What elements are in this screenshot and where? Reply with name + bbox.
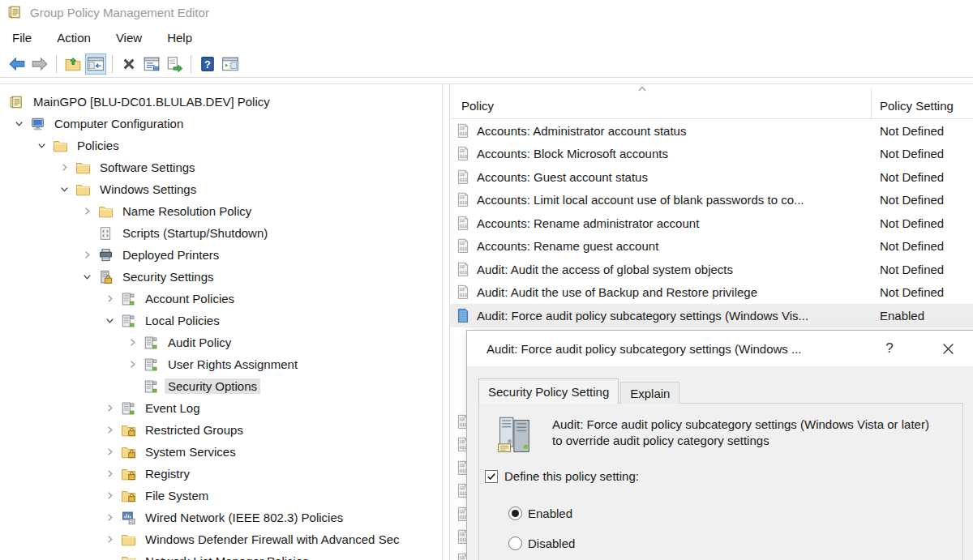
tree-item[interactable]: Software Settings — [0, 156, 442, 178]
tree-item[interactable]: Wired Network (IEEE 802.3) Policies — [0, 507, 442, 528]
tree-item-label: Security Options — [165, 378, 260, 394]
policy-doc-icon: 10010 — [456, 285, 471, 300]
chevron-collapsed-icon[interactable] — [122, 357, 143, 372]
chevron-collapsed-icon[interactable] — [76, 248, 97, 263]
tree-item[interactable]: Security Options — [0, 375, 442, 397]
tree-item[interactable]: Registry — [0, 463, 442, 485]
back-button[interactable] — [6, 53, 28, 75]
tree-item[interactable]: MainGPO [BLU-DC01.BLULAB.DEV] Policy — [0, 91, 442, 113]
properties-icon — [143, 56, 161, 72]
chevron-expanded-icon[interactable] — [54, 182, 75, 197]
policy-setting-dialog: Audit: Force audit policy subcategory se… — [466, 330, 973, 560]
toolbar: ? — [0, 51, 973, 78]
gpo-scroll-icon — [7, 5, 22, 19]
up-folder-icon — [64, 56, 82, 72]
tree-item[interactable]: Local Policies — [0, 310, 442, 331]
show-action-pane-button[interactable] — [220, 53, 241, 75]
checkmark-icon — [486, 472, 496, 481]
policy-group-icon — [143, 379, 159, 394]
chevron-expanded-icon[interactable] — [31, 139, 52, 153]
chevron-expanded-icon[interactable] — [8, 117, 29, 131]
chevron-collapsed-icon[interactable] — [99, 467, 120, 481]
export-list-button[interactable] — [164, 53, 185, 75]
policy-row[interactable]: 10010Accounts: Administrator account sta… — [450, 119, 973, 143]
policy-row[interactable]: Audit: Force audit policy subcategory se… — [450, 304, 973, 327]
folder-icon — [75, 160, 91, 175]
radio-row-disabled[interactable]: Disabled — [508, 536, 575, 550]
tree-item[interactable]: Audit Policy — [0, 331, 442, 353]
tree-item[interactable]: Event Log — [0, 397, 442, 419]
column-divider[interactable] — [871, 89, 872, 118]
tree-item[interactable]: User Rights Assignment — [0, 353, 442, 375]
radio-disabled[interactable] — [508, 536, 522, 550]
chevron-collapsed-icon[interactable] — [99, 401, 120, 416]
menu-action[interactable]: Action — [57, 31, 91, 45]
chevron-collapsed-icon[interactable] — [99, 292, 120, 306]
policy-row[interactable]: 10010Accounts: Rename guest accountNot D… — [450, 235, 973, 259]
dialog-help-button[interactable]: ? — [872, 331, 907, 366]
policy-group-icon — [120, 292, 136, 306]
help-button[interactable]: ? — [197, 53, 218, 75]
policy-row[interactable]: 10010Audit: Audit the access of global s… — [450, 258, 973, 281]
tree-item[interactable]: Security Settings — [0, 266, 442, 288]
tree-item[interactable]: Computer Configuration — [0, 113, 442, 135]
tab-explain[interactable]: Explain — [620, 382, 679, 404]
chevron-collapsed-icon[interactable] — [99, 511, 120, 525]
menu-bar: FileActionViewHelp — [0, 24, 973, 51]
sort-ascending-icon — [637, 85, 648, 92]
delete-button[interactable] — [118, 53, 139, 75]
column-header-policy-setting[interactable]: Policy Setting — [880, 99, 954, 113]
radio-enabled[interactable] — [508, 507, 522, 520]
show-console-tree-button[interactable] — [85, 53, 106, 75]
svg-text:010: 010 — [460, 247, 467, 252]
chevron-collapsed-icon[interactable] — [76, 204, 97, 219]
properties-button[interactable] — [141, 53, 162, 75]
close-icon[interactable] — [931, 331, 965, 366]
policy-row[interactable]: 10010Accounts: Block Microsoft accountsN… — [450, 143, 973, 166]
forward-button[interactable] — [29, 53, 50, 75]
chevron-expanded-icon[interactable] — [76, 270, 97, 284]
radio-row-enabled[interactable]: Enabled — [508, 507, 572, 520]
tree-item[interactable]: Windows Settings — [0, 178, 442, 200]
chevron-collapsed-icon[interactable] — [122, 336, 143, 350]
column-header-policy[interactable]: Policy — [461, 99, 494, 113]
tree-item[interactable]: File System — [0, 485, 442, 507]
tree-item[interactable]: Windows Defender Firewall with Advanced … — [0, 528, 442, 550]
policy-row[interactable]: 10010Accounts: Guest account statusNot D… — [450, 165, 973, 189]
tree-item[interactable]: System Services — [0, 441, 442, 463]
tree-item-label: Restricted Groups — [142, 422, 246, 438]
tree-item[interactable]: Account Policies — [0, 288, 442, 310]
define-policy-checkbox[interactable] — [485, 470, 498, 483]
chevron-collapsed-icon[interactable] — [99, 423, 120, 438]
tree-item[interactable]: Scripts (Startup/Shutdown) — [0, 222, 442, 244]
define-policy-checkbox-row[interactable]: Define this policy setting: — [485, 469, 639, 483]
tab-security-policy-setting[interactable]: Security Policy Setting — [478, 378, 619, 404]
svg-text:010: 010 — [460, 201, 467, 206]
menu-file[interactable]: File — [12, 31, 32, 45]
chevron-collapsed-icon[interactable] — [99, 445, 120, 460]
menu-view[interactable]: View — [116, 31, 142, 45]
tree-item[interactable]: Deployed Printers — [0, 244, 442, 266]
up-one-level-button[interactable] — [62, 53, 84, 75]
policy-row[interactable]: 10010Accounts: Limit local account use o… — [450, 189, 973, 212]
tree-item[interactable]: Restricted Groups — [0, 419, 442, 441]
policy-name: Accounts: Rename guest account — [477, 239, 870, 253]
chevron-collapsed-icon[interactable] — [99, 489, 120, 503]
tree-item-label: Audit Policy — [165, 335, 234, 350]
policy-row[interactable]: 10010Accounts: Rename administrator acco… — [450, 212, 973, 235]
tree-item[interactable]: Name Resolution Policy — [0, 200, 442, 222]
tree-item[interactable]: Network List Manager Policies — [0, 550, 442, 560]
policy-row[interactable]: 10010Audit: Audit the use of Backup and … — [450, 281, 973, 305]
pane-splitter[interactable] — [443, 84, 449, 560]
tree-item-label: Local Policies — [142, 313, 223, 328]
chevron-expanded-icon[interactable] — [99, 314, 120, 328]
chevron-collapsed-icon[interactable] — [99, 532, 120, 547]
policy-name: Audit: Force audit policy subcategory se… — [477, 309, 870, 323]
svg-text:010: 010 — [460, 270, 467, 275]
chevron-collapsed-icon[interactable] — [54, 160, 75, 175]
policy-doc-defined-icon — [456, 308, 471, 323]
tree-item[interactable]: Policies — [0, 135, 442, 156]
policy-group-icon — [120, 314, 136, 328]
sort-ascending-icon — [637, 85, 648, 92]
menu-help[interactable]: Help — [167, 31, 192, 45]
